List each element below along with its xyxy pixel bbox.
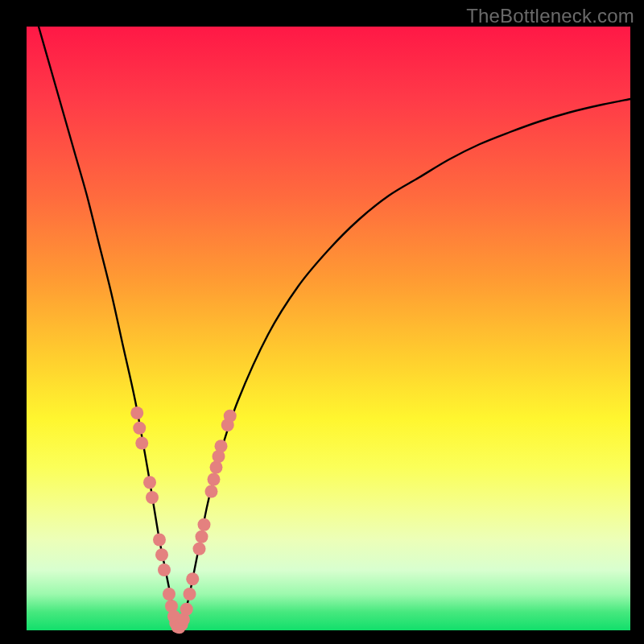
chart-container: TheBottleneck.com — [0, 0, 644, 644]
marker-dot — [133, 422, 146, 435]
marker-dot — [198, 518, 211, 531]
marker-dot — [184, 588, 196, 601]
marker-dot — [155, 548, 168, 561]
watermark-text: TheBottleneck.com — [466, 5, 634, 27]
marker-dot — [180, 603, 193, 616]
marker-dot — [193, 543, 206, 555]
marker-dot — [224, 410, 237, 423]
curve-layer — [27, 27, 630, 630]
plot-area — [27, 27, 630, 630]
marker-dot — [158, 564, 171, 576]
marker-dot — [210, 461, 223, 474]
marker-dot — [196, 530, 208, 543]
marker-dot — [135, 437, 148, 450]
marker-dot — [143, 476, 156, 489]
marker-dots — [130, 407, 237, 634]
marker-dot — [130, 407, 143, 419]
bottleneck-curve — [39, 27, 630, 628]
marker-dot — [215, 440, 228, 452]
marker-dot — [146, 491, 159, 504]
marker-dot — [163, 588, 175, 601]
marker-dot — [205, 485, 218, 498]
marker-dot — [208, 473, 221, 486]
marker-dot — [153, 534, 166, 547]
marker-dot — [186, 572, 199, 585]
